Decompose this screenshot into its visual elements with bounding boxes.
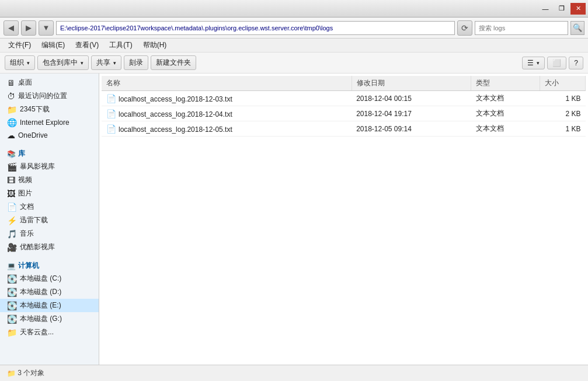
sidebar-label-baofeng: 暴风影视库 [20, 162, 55, 172]
sidebar-item-music[interactable]: 🎵 音乐 [0, 227, 99, 240]
close-button[interactable]: ✕ [570, 3, 586, 15]
image-icon: 🖼 [7, 189, 15, 198]
search-input[interactable] [475, 21, 568, 35]
restore-button[interactable]: ❒ [554, 3, 569, 15]
sidebar-item-video[interactable]: 🎞 视频 [0, 173, 99, 187]
sidebar-label-xunlei: 迅雷下载 [20, 215, 48, 225]
sidebar-item-xunlei[interactable]: ⚡ 迅雷下载 [0, 214, 99, 227]
col-header-size[interactable]: 大小 [540, 76, 586, 91]
sidebar-label-docs: 文档 [20, 202, 34, 212]
menu-file[interactable]: 文件(F) [4, 39, 36, 51]
address-bar: ◀ ▶ ▼ ⟳ 🔍 [0, 18, 588, 39]
sidebar-item-docs[interactable]: 📄 文档 [0, 200, 99, 214]
table-row[interactable]: 📄localhost_access_log.2018-12-04.txt 201… [102, 106, 586, 121]
col-header-modified[interactable]: 修改日期 [352, 76, 471, 91]
2345-icon: 📁 [7, 105, 17, 114]
sidebar-item-image[interactable]: 🖼 图片 [0, 187, 99, 200]
menu-view[interactable]: 查看(V) [71, 39, 103, 51]
sidebar-item-onedrive[interactable]: ☁ OneDrive [0, 129, 99, 142]
sidebar-item-g[interactable]: 💽 本地磁盘 (G:) [0, 312, 99, 326]
col-header-type[interactable]: 类型 [471, 76, 540, 91]
menu-edit[interactable]: 编辑(E) [37, 39, 69, 51]
file-table: 名称 修改日期 类型 大小 📄localhost_access_log.2018… [102, 76, 586, 137]
file-size-cell: 1 KB [540, 121, 586, 137]
status-folder-icon: 📁 [7, 369, 16, 377]
d-drive-icon: 💽 [7, 288, 17, 297]
file-type-cell: 文本文档 [471, 91, 540, 106]
share-button[interactable]: 共享 ▾ [91, 55, 121, 70]
toolbar: 组织 ▾ 包含到库中 ▾ 共享 ▾ 刻录 新建文件夹 ☰▾ ⬜ ? [0, 53, 588, 74]
file-name-cell: 📄localhost_access_log.2018-12-03.txt [102, 91, 352, 106]
organize-arrow: ▾ [27, 60, 30, 66]
sidebar-label-onedrive: OneDrive [18, 131, 48, 139]
sidebar-item-desktop[interactable]: 🖥 桌面 [0, 76, 99, 89]
docs-icon: 📄 [7, 202, 17, 212]
computer-icon: 💻 [7, 262, 16, 270]
computer-group[interactable]: 💻 计算机 [0, 258, 99, 272]
g-drive-icon: 💽 [7, 314, 17, 324]
refresh-button[interactable]: ⟳ [457, 20, 472, 36]
file-type-cell: 文本文档 [471, 106, 540, 121]
help-button[interactable]: ? [569, 57, 583, 69]
xunlei-icon: ⚡ [7, 216, 17, 225]
dropdown-button[interactable]: ▼ [39, 20, 54, 36]
sidebar-item-d[interactable]: 💽 本地磁盘 (D:) [0, 285, 99, 299]
new-folder-button[interactable]: 新建文件夹 [151, 55, 196, 70]
pane-button[interactable]: ⬜ [547, 57, 566, 69]
recent-icon: ⏱ [7, 92, 15, 101]
col-header-name[interactable]: 名称 [102, 76, 352, 91]
file-area: 名称 修改日期 类型 大小 📄localhost_access_log.2018… [99, 74, 588, 365]
table-row[interactable]: 📄localhost_access_log.2018-12-03.txt 201… [102, 91, 586, 106]
table-header-row: 名称 修改日期 类型 大小 [102, 76, 586, 91]
status-count: 3 个对象 [18, 368, 44, 378]
music-icon: 🎵 [7, 229, 17, 239]
sidebar-item-youku[interactable]: 🎥 优酷影视库 [0, 240, 99, 254]
organize-button[interactable]: 组织 ▾ [5, 55, 35, 70]
sidebar-item-baofeng[interactable]: 🎬 暴风影视库 [0, 160, 99, 173]
sidebar-item-2345[interactable]: 📁 2345下载 [0, 103, 99, 116]
include-label: 包含到库中 [43, 58, 78, 68]
sidebar: 🖥 桌面 ⏱ 最近访问的位置 📁 2345下载 🌐 Internet Explo… [0, 74, 99, 365]
video-icon: 🎞 [7, 176, 15, 185]
file-type-cell: 文本文档 [471, 121, 540, 137]
more-icon: 📁 [7, 328, 17, 337]
search-icon-button[interactable]: 🔍 [570, 21, 584, 35]
youku-icon: 🎥 [7, 243, 17, 252]
sidebar-label-image: 图片 [18, 188, 32, 198]
main-area: 🖥 桌面 ⏱ 最近访问的位置 📁 2345下载 🌐 Internet Explo… [0, 74, 588, 365]
sidebar-label-desktop: 桌面 [18, 78, 32, 88]
sidebar-item-ie[interactable]: 🌐 Internet Explore [0, 116, 99, 129]
sidebar-item-more[interactable]: 📁 天客云盘... [0, 326, 99, 339]
file-size-cell: 1 KB [540, 91, 586, 106]
sidebar-label-e: 本地磁盘 (E:) [20, 300, 61, 310]
file-icon: 📄 [106, 109, 116, 118]
baofeng-icon: 🎬 [7, 162, 17, 172]
include-button[interactable]: 包含到库中 ▾ [37, 55, 89, 70]
view-mode-button[interactable]: ☰▾ [522, 57, 545, 69]
menu-help[interactable]: 帮助(H) [138, 39, 172, 51]
ie-icon: 🌐 [7, 118, 17, 127]
minimize-button[interactable]: — [538, 3, 553, 15]
sidebar-label-more: 天客云盘... [20, 327, 54, 337]
menu-tools[interactable]: 工具(T) [105, 39, 137, 51]
back-button[interactable]: ◀ [4, 20, 19, 36]
e-drive-icon: 💽 [7, 301, 17, 310]
burn-button[interactable]: 刻录 [124, 55, 148, 70]
sidebar-item-c[interactable]: 💽 本地磁盘 (C:) [0, 272, 99, 285]
sidebar-label-g: 本地磁盘 (G:) [20, 314, 62, 324]
address-input[interactable] [56, 21, 455, 35]
toolbar-right: ☰▾ ⬜ ? [522, 57, 583, 69]
menu-bar: 文件(F) 编辑(E) 查看(V) 工具(T) 帮助(H) [0, 39, 588, 53]
forward-button[interactable]: ▶ [21, 20, 36, 36]
library-group-icon: 📚 [7, 150, 16, 158]
library-group[interactable]: 📚 库 [0, 146, 99, 160]
title-bar: — ❒ ✕ [0, 0, 588, 18]
table-row[interactable]: 📄localhost_access_log.2018-12-05.txt 201… [102, 121, 586, 137]
file-modified-cell: 2018-12-04 00:15 [352, 91, 471, 106]
sidebar-item-recent[interactable]: ⏱ 最近访问的位置 [0, 89, 99, 103]
onedrive-icon: ☁ [7, 131, 15, 140]
share-arrow: ▾ [113, 60, 116, 66]
organize-label: 组织 [10, 58, 24, 68]
sidebar-item-e[interactable]: 💽 本地磁盘 (E:) [0, 299, 99, 312]
library-group-label: 库 [18, 149, 25, 159]
